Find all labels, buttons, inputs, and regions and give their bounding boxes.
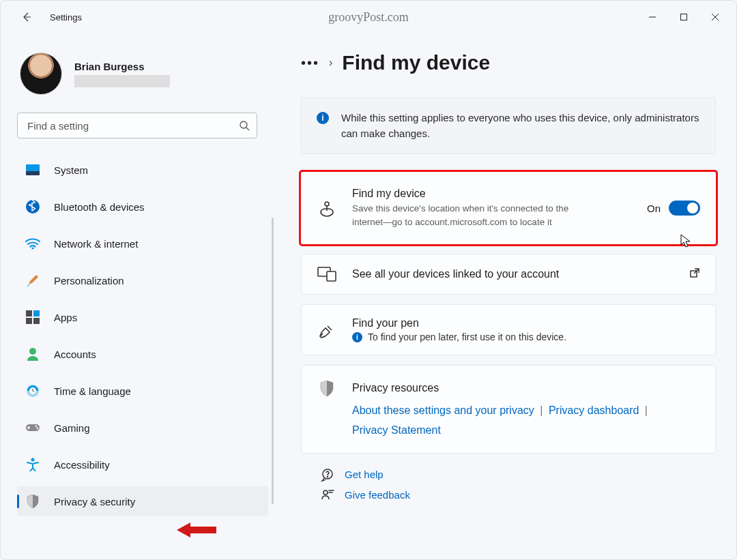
privacy-link-about[interactable]: About these settings and your privacy bbox=[352, 404, 534, 416]
svg-point-1 bbox=[240, 121, 247, 128]
svg-point-15 bbox=[37, 428, 39, 430]
card-title: Find your pen bbox=[352, 317, 700, 329]
system-icon bbox=[25, 162, 40, 177]
nav-label: Gaming bbox=[54, 422, 90, 434]
card-title: Find my device bbox=[352, 188, 632, 200]
feedback-icon bbox=[320, 488, 335, 503]
sidebar-item-personalization[interactable]: Personalization bbox=[17, 265, 268, 295]
external-link-icon bbox=[689, 267, 700, 281]
location-pin-icon bbox=[317, 198, 337, 218]
search-icon bbox=[239, 120, 250, 131]
accessibility-icon bbox=[25, 457, 40, 472]
svg-rect-3 bbox=[26, 171, 40, 175]
shield-icon bbox=[317, 381, 337, 397]
nav-label: Network & internet bbox=[54, 238, 138, 250]
get-help-link[interactable]: Get help bbox=[320, 467, 716, 482]
privacy-link-statement[interactable]: Privacy Statement bbox=[352, 424, 441, 436]
nav-label: System bbox=[54, 164, 88, 176]
back-button[interactable] bbox=[14, 5, 39, 29]
card-desc: To find your pen later, first use it on … bbox=[368, 331, 566, 342]
sidebar-item-accessibility[interactable]: Accessibility bbox=[17, 450, 268, 480]
minimize-icon bbox=[648, 13, 656, 21]
breadcrumb-ellipsis[interactable]: ••• bbox=[301, 55, 319, 71]
svg-rect-19 bbox=[327, 271, 336, 281]
svg-point-5 bbox=[31, 247, 33, 249]
info-icon: i bbox=[317, 112, 329, 124]
nav-list: System Bluetooth & devices Network & int… bbox=[17, 155, 268, 516]
card-desc: Save this device's location when it's co… bbox=[352, 202, 570, 229]
sidebar-item-network[interactable]: Network & internet bbox=[17, 229, 268, 259]
link-label: Get help bbox=[345, 469, 384, 480]
nav-label: Accessibility bbox=[54, 459, 110, 471]
link-label: Give feedback bbox=[345, 489, 410, 501]
maximize-icon bbox=[680, 13, 688, 21]
page-title: Find my device bbox=[342, 51, 490, 74]
main-content: ••• › Find my device i While this settin… bbox=[274, 33, 736, 559]
wifi-icon bbox=[25, 236, 40, 251]
pen-icon bbox=[317, 322, 337, 338]
breadcrumb: ••• › Find my device bbox=[301, 51, 716, 74]
sidebar-item-time[interactable]: Time & language bbox=[17, 376, 268, 406]
sidebar: Brian Burgess System Bluetooth & devices… bbox=[1, 33, 274, 559]
gaming-icon bbox=[25, 420, 40, 435]
nav-label: Privacy & security bbox=[54, 496, 135, 507]
card-title: See all your devices linked to your acco… bbox=[352, 268, 674, 280]
svg-rect-6 bbox=[26, 310, 32, 316]
close-button[interactable] bbox=[699, 6, 731, 28]
chevron-right-icon: › bbox=[329, 57, 332, 69]
find-my-device-toggle[interactable] bbox=[669, 201, 700, 216]
help-icon bbox=[320, 467, 335, 482]
title-bar: Settings groovyPost.com bbox=[1, 1, 736, 33]
admin-notice: i While this setting applies to everyone… bbox=[301, 98, 716, 154]
nav-label: Apps bbox=[54, 312, 77, 323]
sidebar-item-accounts[interactable]: Accounts bbox=[17, 339, 268, 369]
apps-icon bbox=[25, 310, 40, 325]
privacy-link-dashboard[interactable]: Privacy dashboard bbox=[549, 404, 639, 416]
user-email-placeholder bbox=[74, 75, 170, 87]
privacy-resources-card: Privacy resources About these settings a… bbox=[301, 365, 716, 454]
user-name: Brian Burgess bbox=[74, 61, 170, 72]
nav-label: Personalization bbox=[54, 275, 124, 286]
card-title: Privacy resources bbox=[352, 378, 700, 398]
svg-point-14 bbox=[35, 426, 38, 428]
search-input[interactable] bbox=[27, 120, 239, 132]
find-my-device-card: Find my device Save this device's locati… bbox=[301, 172, 716, 244]
arrow-left-icon bbox=[21, 12, 32, 23]
sidebar-item-bluetooth[interactable]: Bluetooth & devices bbox=[17, 192, 268, 222]
search-box[interactable] bbox=[17, 113, 257, 138]
svg-point-22 bbox=[327, 476, 328, 477]
sidebar-scrollbar[interactable] bbox=[272, 218, 274, 504]
bluetooth-icon bbox=[25, 199, 40, 214]
sidebar-item-privacy[interactable]: Privacy & security bbox=[17, 486, 268, 516]
notice-text: While this setting applies to everyone w… bbox=[341, 110, 700, 141]
sidebar-item-gaming[interactable]: Gaming bbox=[17, 413, 268, 443]
svg-rect-7 bbox=[33, 310, 40, 316]
user-block[interactable]: Brian Burgess bbox=[20, 53, 270, 95]
window-controls bbox=[637, 6, 731, 28]
find-pen-card: Find your pen i To find your pen later, … bbox=[301, 304, 716, 355]
watermark: groovyPost.com bbox=[328, 10, 409, 25]
svg-rect-8 bbox=[26, 318, 32, 324]
svg-point-10 bbox=[29, 348, 36, 355]
svg-rect-9 bbox=[33, 318, 40, 324]
devices-icon bbox=[317, 267, 337, 282]
shield-icon bbox=[25, 494, 40, 509]
nav-label: Accounts bbox=[54, 349, 96, 360]
give-feedback-link[interactable]: Give feedback bbox=[320, 488, 716, 503]
nav-label: Time & language bbox=[54, 385, 131, 397]
sidebar-item-system[interactable]: System bbox=[17, 155, 268, 185]
nav-label: Bluetooth & devices bbox=[54, 201, 145, 213]
toggle-label: On bbox=[647, 203, 661, 214]
info-icon: i bbox=[352, 332, 362, 342]
app-title: Settings bbox=[50, 12, 82, 23]
svg-point-23 bbox=[323, 490, 328, 495]
time-icon bbox=[25, 383, 40, 398]
sidebar-item-apps[interactable]: Apps bbox=[17, 302, 268, 332]
avatar bbox=[20, 53, 62, 95]
see-all-devices-card[interactable]: See all your devices linked to your acco… bbox=[301, 254, 716, 295]
minimize-button[interactable] bbox=[637, 6, 668, 28]
maximize-button[interactable] bbox=[668, 6, 699, 28]
toggle-group: On bbox=[647, 201, 700, 216]
svg-point-17 bbox=[325, 202, 329, 206]
accounts-icon bbox=[25, 347, 40, 362]
